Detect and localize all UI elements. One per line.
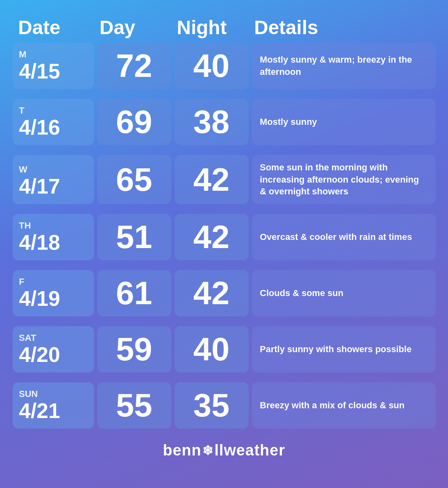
date-cell: W 4/17 — [13, 155, 94, 204]
details-text: Mostly sunny — [260, 116, 317, 128]
day-abbreviation: F — [19, 277, 87, 286]
night-temperature: 38 — [193, 106, 229, 138]
day-temp-cell: 51 — [97, 214, 171, 260]
day-temp-cell: 55 — [97, 382, 171, 429]
day-temperature: 59 — [116, 333, 152, 366]
night-temp-cell: 38 — [175, 99, 249, 145]
date-value: 4/19 — [19, 288, 87, 309]
date-cell: M 4/15 — [13, 43, 94, 89]
table-row: SUN 4/21 55 35 Breezy with a mix of clou… — [13, 382, 436, 429]
night-temp-cell: 35 — [175, 382, 249, 429]
details-text: Clouds & some sun — [260, 287, 343, 299]
brand-footer: benn❄llweather — [163, 442, 285, 459]
details-cell: Clouds & some sun — [252, 270, 436, 316]
day-temperature: 51 — [116, 221, 152, 253]
day-temp-cell: 59 — [97, 326, 171, 373]
day-temp-cell: 61 — [97, 270, 171, 316]
date-cell: SAT 4/20 — [13, 326, 94, 373]
details-text: Partly sunny with showers possible — [260, 343, 412, 355]
header-night: Night — [173, 16, 250, 39]
snowflake-icon: ❄ — [202, 443, 214, 458]
night-temperature: 42 — [193, 277, 229, 309]
day-temperature: 69 — [116, 106, 152, 138]
date-value: 4/20 — [19, 344, 87, 365]
table-row: F 4/19 61 42 Clouds & some sun — [13, 270, 436, 316]
table-row: M 4/15 72 40 Mostly sunny & warm; breezy… — [13, 43, 436, 89]
details-cell: Partly sunny with showers possible — [252, 326, 436, 373]
table-row: TH 4/18 51 42 Overcast & cooler with rai… — [13, 214, 436, 260]
brand-pre: benn — [163, 442, 201, 459]
day-temperature: 55 — [116, 389, 152, 422]
night-temperature: 35 — [193, 389, 229, 422]
day-abbreviation: SUN — [19, 390, 87, 399]
details-cell: Breezy with a mix of clouds & sun — [252, 382, 436, 429]
table-row: T 4/16 69 38 Mostly sunny — [13, 99, 436, 145]
date-value: 4/21 — [19, 400, 87, 421]
date-cell: TH 4/18 — [13, 214, 94, 260]
date-value: 4/18 — [19, 232, 87, 253]
date-cell: T 4/16 — [13, 99, 94, 145]
day-temp-cell: 72 — [97, 43, 171, 89]
header-date: Date — [14, 16, 96, 39]
table-row: SAT 4/20 59 40 Partly sunny with showers… — [13, 326, 436, 373]
night-temp-cell: 42 — [175, 214, 249, 260]
details-cell: Mostly sunny — [252, 99, 436, 145]
details-text: Mostly sunny & warm; breezy in the after… — [260, 54, 428, 78]
details-cell: Mostly sunny & warm; breezy in the after… — [252, 43, 436, 89]
day-abbreviation: W — [19, 165, 87, 174]
night-temp-cell: 42 — [175, 155, 249, 204]
date-cell: F 4/19 — [13, 270, 94, 316]
date-value: 4/16 — [19, 117, 87, 138]
details-text: Overcast & cooler with rain at times — [260, 231, 412, 243]
header-details: Details — [250, 16, 434, 39]
date-value: 4/15 — [19, 61, 87, 82]
day-temperature: 65 — [116, 163, 152, 196]
night-temperature: 40 — [193, 50, 229, 82]
night-temperature: 42 — [193, 221, 229, 253]
table-row: W 4/17 65 42 Some sun in the morning wit… — [13, 155, 436, 204]
table-header: Date Day Night Details — [13, 16, 436, 39]
day-abbreviation: SAT — [19, 333, 87, 342]
day-temperature: 72 — [116, 50, 152, 82]
date-cell: SUN 4/21 — [13, 382, 94, 429]
day-abbreviation: M — [19, 50, 87, 59]
day-temp-cell: 65 — [97, 155, 171, 204]
details-text: Breezy with a mix of clouds & sun — [260, 399, 405, 412]
day-temperature: 61 — [116, 277, 152, 309]
night-temperature: 42 — [193, 163, 229, 196]
night-temp-cell: 40 — [175, 43, 249, 89]
header-day: Day — [96, 16, 173, 39]
date-value: 4/17 — [19, 176, 87, 197]
brand-post: llweather — [214, 442, 285, 459]
day-abbreviation: TH — [19, 221, 87, 230]
day-temp-cell: 69 — [97, 99, 171, 145]
night-temp-cell: 40 — [175, 326, 249, 373]
night-temp-cell: 42 — [175, 270, 249, 316]
details-cell: Some sun in the morning with increasing … — [252, 155, 436, 204]
details-cell: Overcast & cooler with rain at times — [252, 214, 436, 260]
day-abbreviation: T — [19, 106, 87, 115]
night-temperature: 40 — [193, 333, 229, 366]
details-text: Some sun in the morning with increasing … — [260, 161, 428, 198]
